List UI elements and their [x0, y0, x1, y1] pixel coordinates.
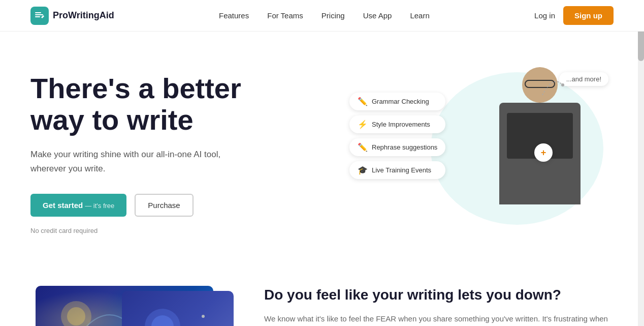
navbar: ProWritingAid Features For Teams Pricing… — [0, 0, 644, 32]
purchase-button[interactable]: Purchase — [135, 194, 193, 217]
hero-buttons: Get started— it's free Purchase — [30, 194, 254, 217]
hero-visual: ...and more! + ✏️ Grammar Checking ⚡ Sty… — [349, 62, 614, 245]
svg-rect-0 — [35, 12, 41, 13]
logo-icon — [30, 7, 49, 25]
svg-point-4 — [61, 301, 91, 326]
no-credit-card-notice: No credit card required — [30, 227, 254, 234]
pill-training: 🎓 Live Training Events — [349, 161, 445, 179]
nav-features[interactable]: Features — [219, 11, 249, 20]
deco-arrow — [537, 70, 568, 100]
hero-content: There's a better way to write Make your … — [30, 73, 254, 234]
hero-subtitle: Make your writing shine with our all-in-… — [30, 147, 254, 175]
nav-pricing[interactable]: Pricing — [321, 11, 345, 20]
svg-point-3 — [561, 83, 564, 86]
logo-text: ProWritingAid — [53, 10, 114, 21]
section2: My idea in my head Do you feel like your… — [0, 265, 644, 326]
login-button[interactable]: Log in — [534, 11, 555, 20]
hero-section: There's a better way to write Make your … — [0, 32, 644, 265]
get-started-button[interactable]: Get started— it's free — [30, 194, 126, 217]
svg-point-12 — [202, 315, 205, 318]
nav-use-app[interactable]: Use App — [363, 11, 392, 20]
pill-grammar: ✏️ Grammar Checking — [349, 93, 445, 110]
nav-learn[interactable]: Learn — [410, 11, 429, 20]
grammar-icon: ✏️ — [358, 97, 368, 106]
nav-for-teams[interactable]: For Teams — [267, 11, 303, 20]
section2-text: Do you feel like your writing lets you d… — [264, 286, 614, 326]
image-card-front — [122, 291, 234, 326]
section2-title: Do you feel like your writing lets you d… — [264, 286, 614, 304]
svg-point-5 — [67, 307, 85, 325]
nav-links: Features For Teams Pricing Use App Learn — [219, 11, 430, 20]
rephrase-icon: ✏️ — [358, 142, 368, 152]
section2-images: My idea in my head — [30, 286, 223, 326]
signup-button[interactable]: Sign up — [563, 6, 614, 25]
training-icon: 🎓 — [358, 165, 368, 175]
feature-pills: ✏️ Grammar Checking ⚡ Style Improvements… — [349, 93, 445, 179]
front-card-svg — [122, 291, 234, 326]
hero-title: There's a better way to write — [30, 73, 254, 135]
style-icon: ⚡ — [358, 120, 368, 129]
logo-link[interactable]: ProWritingAid — [30, 7, 114, 25]
pill-rephrase: ✏️ Rephrase suggestions — [349, 138, 445, 156]
plus-badge: + — [534, 143, 553, 162]
pill-style: ⚡ Style Improvements — [349, 115, 445, 133]
nav-actions: Log in Sign up — [534, 6, 614, 25]
svg-rect-2 — [35, 16, 40, 17]
section2-body: We know what it's like to feel the FEAR … — [264, 312, 614, 326]
svg-rect-1 — [35, 14, 43, 15]
